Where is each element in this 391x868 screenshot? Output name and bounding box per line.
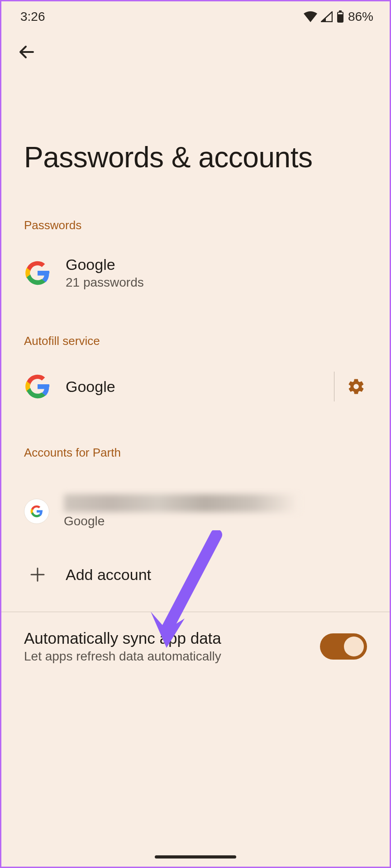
add-account-item[interactable]: Add account (1, 550, 390, 599)
account-subtitle: Google (64, 514, 367, 528)
section-header-passwords: Passwords (1, 210, 390, 245)
svg-rect-1 (339, 10, 342, 12)
status-bar: 3:26 86% (1, 1, 390, 28)
passwords-google-item[interactable]: Google 21 passwords (1, 245, 390, 301)
autofill-settings-button[interactable] (345, 376, 367, 397)
google-icon (24, 259, 51, 287)
google-icon (24, 373, 51, 400)
nav-bar-pill[interactable] (155, 855, 236, 859)
back-button[interactable] (1, 28, 390, 68)
sync-toggle[interactable] (320, 633, 367, 660)
arrow-left-icon (17, 42, 37, 62)
google-icon (24, 499, 49, 524)
account-email-redacted (64, 494, 299, 512)
wifi-icon (304, 11, 317, 22)
section-header-accounts: Accounts for Parth (1, 438, 390, 472)
page-title: Passwords & accounts (1, 68, 390, 210)
sync-title: Automatically sync app data (24, 629, 221, 647)
section-header-autofill: Autofill service (1, 326, 390, 361)
status-time: 3:26 (20, 9, 45, 24)
autofill-trailing (334, 372, 367, 401)
plus-icon (24, 561, 51, 588)
autofill-google-title: Google (66, 378, 319, 396)
account-item[interactable]: Google (1, 483, 390, 539)
battery-percent: 86% (348, 9, 373, 24)
battery-icon (336, 10, 344, 23)
passwords-google-subtitle: 21 passwords (66, 275, 367, 290)
passwords-google-title: Google (66, 256, 367, 274)
signal-icon (321, 11, 333, 22)
status-right: 86% (304, 9, 373, 24)
sync-row[interactable]: Automatically sync app data Let apps ref… (1, 612, 390, 681)
divider-vertical (334, 372, 334, 401)
add-account-label: Add account (66, 566, 367, 584)
sync-subtitle: Let apps refresh data automatically (24, 649, 221, 664)
gear-icon (347, 377, 365, 396)
svg-rect-2 (338, 13, 343, 14)
autofill-google-item[interactable]: Google (1, 361, 390, 412)
